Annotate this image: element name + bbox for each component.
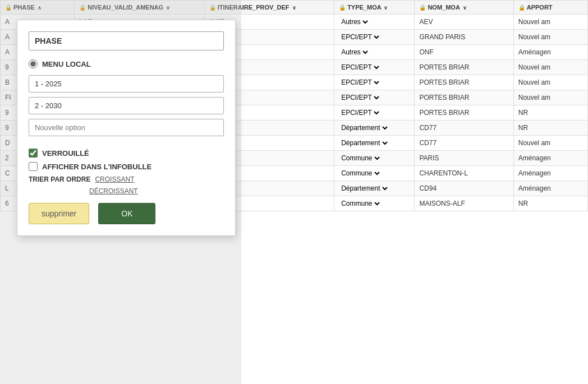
cell-nom-moa: CD77 — [415, 136, 513, 151]
menu-local-label: MENU LOCAL — [42, 60, 91, 68]
menu-local-radio[interactable] — [29, 59, 38, 68]
lock-icon-nom — [419, 4, 428, 11]
type-moa-select[interactable]: Département — [339, 138, 389, 147]
type-moa-select[interactable]: Commune — [339, 154, 382, 163]
cell-type-moa: Département — [334, 136, 415, 151]
col-header-type-moa[interactable]: TYPE_MOA ∨ — [334, 1, 415, 15]
cell-nom-moa: PORTES BRIAR — [415, 75, 513, 90]
type-moa-select[interactable]: EPCI/EPT — [339, 108, 381, 117]
cell-type-moa: EPCI/EPT — [334, 75, 415, 90]
cell-type-moa: Commune — [334, 196, 415, 211]
cell-type-moa: Commune — [334, 151, 415, 166]
infobulle-label: AFFICHER DANS L'INFOBULLE — [42, 163, 151, 171]
verrouille-checkbox[interactable] — [29, 149, 38, 158]
cell-apport: Nouvel am — [513, 136, 587, 151]
option-input-2[interactable] — [29, 97, 224, 114]
supprimer-button[interactable]: supprimer — [29, 203, 89, 224]
cell-nom-moa: PORTES BRIAR — [415, 90, 513, 105]
sort-croissant-link[interactable]: CROISSANT — [95, 175, 134, 183]
verrouille-row: VERROUILLÉ — [29, 149, 224, 158]
cell-nom-moa: CHARENTON-L — [415, 166, 513, 181]
sort-decroissant-link[interactable]: DÉCROISSANT — [89, 187, 138, 195]
sort-row: TRIER PAR ORDRE CROISSANT — [29, 175, 224, 183]
cell-apport: Aménagen — [513, 166, 587, 181]
type-moa-select[interactable]: EPCI/EPT — [339, 33, 381, 41]
cell-type-moa: EPCI/EPT — [334, 105, 415, 121]
sort-label: TRIER PAR ORDRE — [29, 175, 90, 183]
type-moa-select[interactable]: EPCI/EPT — [339, 93, 381, 102]
cell-nom-moa: ONF — [415, 45, 513, 60]
infobulle-checkbox[interactable] — [29, 162, 38, 171]
cell-type-moa: EPCI/EPT — [334, 60, 415, 75]
cell-type-moa: Département — [334, 121, 415, 136]
cell-apport: Nouvel am — [513, 90, 587, 105]
type-moa-select[interactable]: EPCI/EPT — [339, 78, 381, 87]
cell-nom-moa: GRAND PARIS — [415, 30, 513, 45]
lock-icon-apport — [518, 4, 527, 11]
col-header-nom-moa[interactable]: NOM_MOA ∨ — [415, 1, 513, 15]
type-moa-select[interactable]: Autres — [339, 48, 370, 57]
cell-apport: Aménagen — [513, 45, 587, 60]
new-option-input[interactable] — [29, 119, 224, 136]
type-moa-select[interactable]: EPCI/EPT — [339, 63, 381, 72]
cell-nom-moa: MAISONS-ALF — [415, 196, 513, 211]
cell-type-moa: EPCI/EPT — [334, 90, 415, 105]
modal-title-input[interactable] — [29, 31, 224, 50]
type-moa-select[interactable]: Commune — [339, 199, 382, 208]
cell-apport: NR — [513, 196, 587, 211]
col-header-apport[interactable]: APPORT — [513, 1, 587, 15]
cell-apport: Nouvel am — [513, 60, 587, 75]
type-moa-select[interactable]: Département — [339, 123, 389, 132]
verrouille-label: VERROUILLÉ — [42, 149, 89, 158]
cell-type-moa: EPCI/EPT — [334, 30, 415, 45]
infobulle-row: AFFICHER DANS L'INFOBULLE — [29, 162, 224, 171]
type-moa-select[interactable]: Autres — [339, 17, 370, 26]
cell-apport: Nouvel am — [513, 30, 587, 45]
option-input-1[interactable] — [29, 75, 224, 92]
lock-icon-type — [339, 4, 347, 11]
cell-apport: Aménagen — [513, 181, 587, 196]
options-list — [29, 75, 224, 141]
ok-button[interactable]: OK — [98, 203, 155, 224]
menu-local-row: MENU LOCAL — [29, 59, 224, 68]
type-moa-select[interactable]: Département — [339, 184, 389, 193]
cell-apport: Aménagen — [513, 151, 587, 166]
cell-nom-moa: CD94 — [415, 181, 513, 196]
sort-decroissant-row: DÉCROISSANT — [89, 187, 224, 195]
type-moa-select[interactable]: Commune — [339, 169, 382, 178]
cell-apport: Nouvel am — [513, 75, 587, 90]
cell-nom-moa: AEV — [415, 15, 513, 30]
modal-dialog: MENU LOCAL VERROUILLÉ AFFICHER DANS L'IN… — [17, 20, 236, 236]
cell-nom-moa: CD77 — [415, 121, 513, 136]
cell-type-moa: Autres — [334, 45, 415, 60]
cell-nom-moa: PARIS — [415, 151, 513, 166]
cell-nom-moa: PORTES BRIAR — [415, 60, 513, 75]
cell-type-moa: Autres — [334, 15, 415, 30]
cell-apport: NR — [513, 121, 587, 136]
cell-apport: NR — [513, 105, 587, 121]
cell-apport: Nouvel am — [513, 15, 587, 30]
cell-nom-moa: PORTES BRIAR — [415, 105, 513, 121]
cell-type-moa: Département — [334, 181, 415, 196]
modal-buttons: supprimer OK — [29, 203, 224, 224]
cell-type-moa: Commune — [334, 166, 415, 181]
